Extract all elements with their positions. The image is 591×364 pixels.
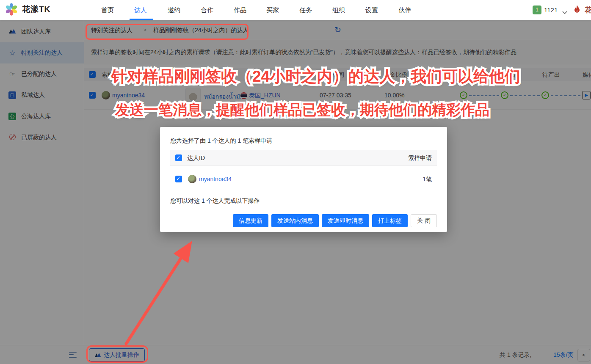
nav-item-settings[interactable]: 设置 [360,0,384,20]
batch-action-modal: 您共选择了由 1 个达人的 1 笔索样申请 达人ID 索样申请 myantnoe… [160,127,447,232]
nav-item-invite[interactable]: 邀约 [162,0,186,20]
chevron-down-icon[interactable] [562,8,567,16]
close-button[interactable]: 关 闭 [411,214,437,227]
send-site-message-button[interactable]: 发送站内消息 [271,214,319,227]
app-window: 花漾TK 首页 达人 邀约 合作 作品 买家 任务 组织 设置 伙伴 1 112… [0,0,591,364]
top-nav: 花漾TK 首页 达人 邀约 合作 作品 买家 任务 组织 设置 伙伴 1 112… [0,0,591,20]
nav-item-talent[interactable]: 达人 [129,0,152,20]
modal-table-header: 达人ID 索样申请 [170,150,437,166]
modal-summary: 您共选择了由 1 个达人的 1 笔索样申请 [170,137,437,145]
nav-item-partners[interactable]: 伙伴 [393,0,417,20]
flame-icon[interactable] [572,4,582,17]
nav-item-buyers[interactable]: 买家 [261,0,284,20]
modal-talent-link[interactable]: myantnoe34 [199,176,232,182]
annotation-box-batch-button [86,345,148,363]
send-instant-message-button[interactable]: 发送即时消息 [322,214,369,227]
nav-item-works[interactable]: 作品 [228,0,252,20]
nav-item-cooperation[interactable]: 合作 [195,0,219,20]
modal-col-request: 索样申请 [408,150,432,166]
annotation-box-breadcrumb [86,24,249,40]
brand: 花漾TK [4,2,50,17]
modal-hint: 您可以对这 1 个达人完成以下操作 [170,197,260,205]
modal-row-checkbox[interactable] [175,176,182,182]
modal-col-talent: 达人ID [187,150,205,166]
nav-item-home[interactable]: 首页 [96,0,119,20]
nav-item-tasks[interactable]: 任务 [294,0,318,20]
modal-table-row: myantnoe34 1笔 [170,166,437,192]
env-count-badge: 1 [533,6,541,14]
flower-logo-icon [4,2,19,17]
add-tag-button[interactable]: 打上标签 [372,214,408,227]
clipped-nav-text: 花 [585,5,591,15]
session-count: 1121 [544,6,558,14]
modal-select-all-checkbox[interactable] [175,154,182,161]
app-title: 花漾TK [22,4,50,15]
avatar [188,175,196,185]
update-info-button[interactable]: 信息更新 [233,214,268,227]
nav-item-organization[interactable]: 组织 [327,0,351,20]
modal-buttons: 信息更新 发送站内消息 发送即时消息 打上标签 关 闭 [233,214,437,227]
modal-request-count: 1笔 [423,176,432,183]
